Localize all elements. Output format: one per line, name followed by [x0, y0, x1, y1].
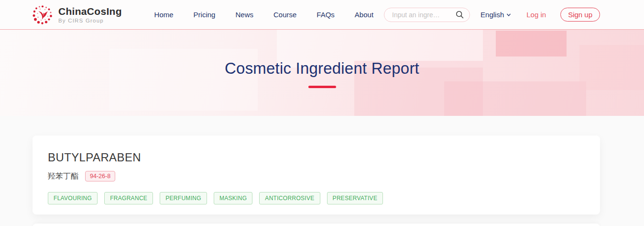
next-card-edge: [33, 224, 600, 226]
ingredient-card[interactable]: BUTYLPARABEN 羟苯丁酯 94-26-8 FLAVOURINGFRAG…: [33, 136, 600, 215]
function-tag[interactable]: FLAVOURING: [48, 192, 98, 204]
logo[interactable]: ChinaCosIng By CIRS Group: [32, 4, 122, 26]
logo-dots-icon: [32, 4, 54, 26]
logo-subtitle: By CIRS Group: [58, 18, 122, 23]
language-label: English: [480, 11, 504, 19]
search-icon[interactable]: [456, 11, 464, 19]
ingredient-search[interactable]: [384, 8, 470, 22]
function-tag[interactable]: MASKING: [214, 192, 252, 204]
page-title: Cosmetic Ingredient Report: [0, 59, 644, 78]
main-content: BUTYLPARABEN 羟苯丁酯 94-26-8 FLAVOURINGFRAG…: [0, 116, 644, 226]
language-selector[interactable]: English: [480, 11, 511, 19]
nav-item[interactable]: About: [355, 11, 373, 19]
function-tag[interactable]: PERFUMING: [160, 192, 207, 204]
chevron-down-icon: [506, 12, 511, 17]
main-nav: HomePricingNewsCourseFAQsAbout: [154, 11, 373, 19]
nav-item[interactable]: Home: [154, 11, 174, 19]
function-tag[interactable]: FRAGRANCE: [104, 192, 153, 204]
login-link[interactable]: Log in: [526, 11, 546, 19]
nav-item[interactable]: Course: [273, 11, 296, 19]
function-tags: FLAVOURINGFRAGRANCEPERFUMINGMASKINGANTIC…: [48, 192, 585, 204]
function-tag[interactable]: PRESERVATIVE: [327, 192, 383, 204]
cas-number-badge[interactable]: 94-26-8: [85, 171, 115, 181]
signup-button[interactable]: Sign up: [560, 8, 600, 22]
nav-item[interactable]: Pricing: [194, 11, 216, 19]
ingredient-name: BUTYLPARABEN: [48, 151, 585, 164]
function-tag[interactable]: ANTICORROSIVE: [259, 192, 320, 204]
logo-title: ChinaCosIng: [58, 6, 122, 17]
hero-banner: Cosmetic Ingredient Report: [0, 30, 644, 116]
nav-item[interactable]: FAQs: [317, 11, 335, 19]
logo-text: ChinaCosIng By CIRS Group: [58, 6, 122, 23]
top-header: ChinaCosIng By CIRS Group HomePricingNew…: [0, 0, 644, 30]
search-input[interactable]: [392, 11, 456, 19]
nav-item[interactable]: News: [235, 11, 253, 19]
ingredient-chinese-name: 羟苯丁酯: [48, 171, 78, 181]
title-underline: [308, 86, 336, 88]
